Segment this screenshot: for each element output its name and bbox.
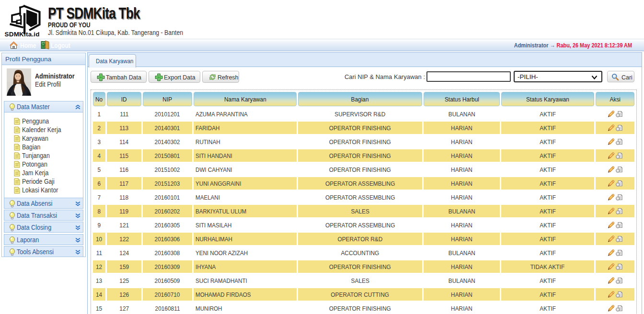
svg-text:SDMKita.id: SDMKita.id (5, 31, 40, 38)
